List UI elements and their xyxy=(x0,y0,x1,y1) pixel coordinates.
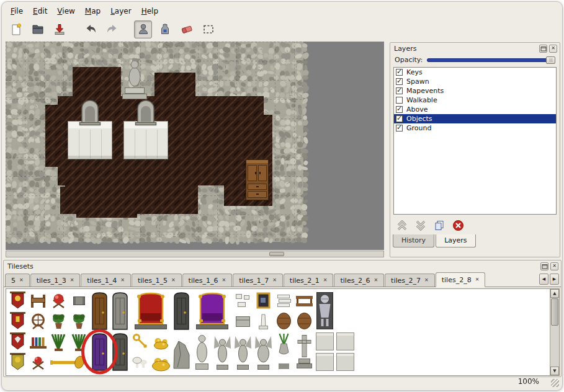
opacity-slider-handle[interactable] xyxy=(546,56,555,64)
redo-button[interactable] xyxy=(103,20,121,38)
tileset-vertical-scrollbar[interactable]: ▲ ▼ xyxy=(550,289,559,375)
opacity-label: Opacity: xyxy=(395,56,423,64)
menu-edit[interactable]: Edit xyxy=(28,5,52,17)
tabs-scroll-left-button[interactable]: ◀ xyxy=(539,274,548,285)
tab-history[interactable]: History xyxy=(393,234,434,247)
close-panel-button[interactable]: ✕ xyxy=(549,45,557,53)
eraser-tool-button[interactable] xyxy=(177,20,195,38)
opacity-slider[interactable] xyxy=(427,56,555,65)
layer-visibility-check[interactable] xyxy=(396,115,403,122)
tileset-tab[interactable]: tiles_1_7 ✕ xyxy=(233,274,283,287)
toolbar xyxy=(7,19,221,40)
tileset-tab[interactable]: tiles_2_6 ✕ xyxy=(334,274,384,287)
menu-map[interactable]: Map xyxy=(80,5,105,17)
tabs-scroll-right-button[interactable]: ▶ xyxy=(550,274,559,285)
tab-close-icon[interactable]: ✕ xyxy=(222,278,226,283)
tileset-tab[interactable]: tiles_1_6 ✕ xyxy=(182,274,233,287)
layer-visibility-check[interactable] xyxy=(396,106,403,113)
tileset-tab[interactable]: tiles_1_4 ✕ xyxy=(81,274,131,287)
ink-bottle-icon xyxy=(158,22,172,36)
layers-list: Keys Spawn Mapevents Walkable Above Obje… xyxy=(393,67,557,215)
tileset-tab[interactable]: tiles_2_8 ✕ xyxy=(436,272,486,287)
status-bar: 100% xyxy=(518,377,539,386)
tileset-tab-label: tiles_2_1 xyxy=(290,277,320,285)
float-panel-button[interactable] xyxy=(540,262,548,270)
map-canvas[interactable] xyxy=(6,42,384,250)
opacity-row: Opacity: xyxy=(390,53,560,66)
menu-bar: File Edit View Map Layer Help xyxy=(6,4,163,18)
resize-grip[interactable] xyxy=(551,379,559,387)
tab-close-icon[interactable]: ✕ xyxy=(374,278,378,283)
tileset-tab[interactable]: tiles_1_5 ✕ xyxy=(132,274,182,287)
layer-row[interactable]: Objects xyxy=(394,114,556,123)
layer-actions xyxy=(390,216,560,234)
tilesets-panel-titlebar: Tilesets ✕ xyxy=(4,261,561,271)
tileset-tab-label: tiles_2_7 xyxy=(391,277,421,285)
float-panel-button[interactable] xyxy=(539,45,547,53)
layer-row[interactable]: Above xyxy=(394,105,556,114)
copy-icon xyxy=(434,220,445,231)
layer-row[interactable]: Ground xyxy=(394,123,556,133)
undo-button[interactable] xyxy=(81,20,99,38)
layer-visibility-check[interactable] xyxy=(396,97,403,104)
tileset-content: ▲ ▼ xyxy=(6,288,560,376)
zoom-level: 100% xyxy=(518,377,539,386)
open-folder-icon xyxy=(31,22,45,36)
float-window-icon xyxy=(542,264,548,269)
tab-close-icon[interactable]: ✕ xyxy=(19,278,24,283)
duplicate-layer-button[interactable] xyxy=(434,220,445,231)
layer-visibility-check[interactable] xyxy=(396,78,403,85)
tab-close-icon[interactable]: ✕ xyxy=(272,278,277,283)
layer-visibility-check[interactable] xyxy=(396,69,403,76)
tileset-tabs: 5 ✕ tiles_1_3 ✕ tiles_1_4 ✕ tiles_1_5 ✕ … xyxy=(4,271,561,287)
move-layer-down-button[interactable] xyxy=(415,220,426,231)
layer-row[interactable]: Keys xyxy=(394,68,556,77)
tab-close-icon[interactable]: ✕ xyxy=(171,278,176,283)
tab-layers[interactable]: Layers xyxy=(436,234,475,247)
layer-visibility-check[interactable] xyxy=(396,87,403,94)
fill-tool-button[interactable] xyxy=(156,20,174,38)
new-map-button[interactable] xyxy=(7,20,25,38)
menu-file[interactable]: File xyxy=(6,5,28,17)
tileset-tab-label: tiles_2_8 xyxy=(442,276,472,284)
layer-name: Keys xyxy=(406,68,423,76)
scroll-up-button[interactable]: ▲ xyxy=(550,289,559,298)
layer-name: Mapevents xyxy=(406,87,444,95)
map-horizontal-scrollbar[interactable] xyxy=(6,251,384,257)
tileset-canvas[interactable] xyxy=(6,289,550,375)
save-download-icon xyxy=(53,22,66,36)
layer-row[interactable]: Walkable xyxy=(394,96,556,105)
menu-layer[interactable]: Layer xyxy=(105,5,136,17)
scrollbar-thumb[interactable] xyxy=(269,252,284,256)
scroll-down-button[interactable]: ▼ xyxy=(550,367,559,375)
tileset-tab[interactable]: tiles_2_1 ✕ xyxy=(284,274,334,287)
tileset-tab[interactable]: tiles_1_3 ✕ xyxy=(30,274,81,287)
chevron-down-icon xyxy=(415,220,426,231)
tab-close-icon[interactable]: ✕ xyxy=(70,278,74,283)
tileset-tab[interactable]: 5 ✕ xyxy=(5,274,30,287)
tab-scroll-buttons: ◀ ▶ xyxy=(539,274,559,285)
menu-view[interactable]: View xyxy=(52,5,79,17)
layer-row[interactable]: Spawn xyxy=(394,77,556,86)
tilesets-panel: Tilesets ✕ 5 ✕ tiles_1_3 ✕ tiles_1_4 ✕ xyxy=(3,260,562,377)
layer-name: Above xyxy=(406,105,428,114)
layer-visibility-check[interactable] xyxy=(396,125,403,131)
tab-close-icon[interactable]: ✕ xyxy=(475,277,480,282)
tileset-tab-label: tiles_1_7 xyxy=(239,277,269,285)
move-layer-up-button[interactable] xyxy=(396,220,408,231)
tab-close-icon[interactable]: ✕ xyxy=(424,278,429,283)
delete-layer-button[interactable] xyxy=(452,220,464,231)
tileset-tab[interactable]: tiles_2_7 ✕ xyxy=(385,274,435,287)
tileset-tab-label: 5 xyxy=(11,277,16,285)
close-panel-button[interactable]: ✕ xyxy=(550,262,558,270)
tileset-tab-label: tiles_1_6 xyxy=(189,277,218,285)
save-button[interactable] xyxy=(50,20,68,38)
scrollbar-thumb[interactable] xyxy=(551,298,558,326)
tab-close-icon[interactable]: ✕ xyxy=(120,278,125,283)
open-button[interactable] xyxy=(29,20,47,38)
menu-help[interactable]: Help xyxy=(137,5,163,17)
select-tool-button[interactable] xyxy=(199,20,217,38)
tab-close-icon[interactable]: ✕ xyxy=(323,278,328,283)
layer-row[interactable]: Mapevents xyxy=(394,86,556,96)
stamp-tool-button[interactable] xyxy=(134,20,152,38)
